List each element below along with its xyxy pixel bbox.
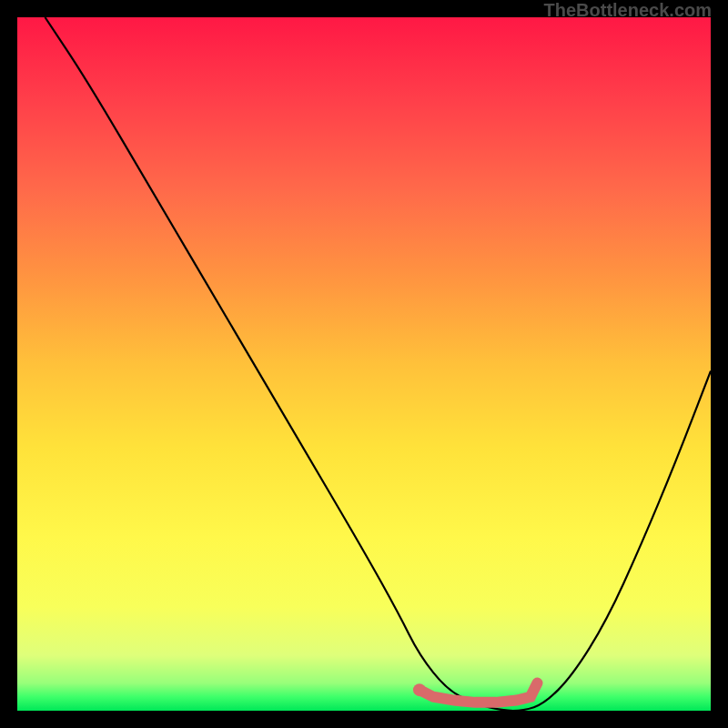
bottleneck-chart [17, 17, 711, 711]
watermark-text: TheBottleneck.com [544, 0, 712, 21]
chart-svg [17, 17, 711, 711]
optimal-range-marker [420, 683, 538, 703]
bottleneck-curve-line [45, 17, 711, 711]
optimal-range-dot [413, 683, 426, 696]
